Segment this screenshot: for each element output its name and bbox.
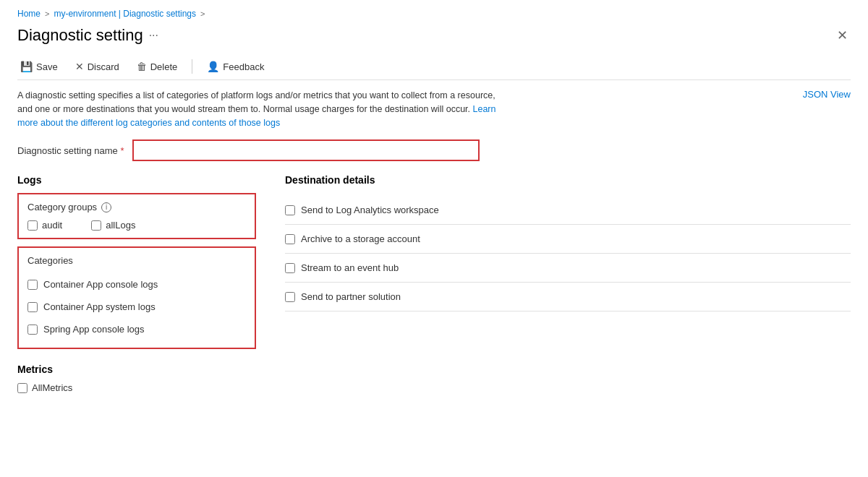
categories-heading: Categories — [27, 255, 246, 266]
storage-checkbox[interactable] — [285, 234, 295, 244]
log-analytics-label: Send to Log Analytics workspace — [301, 205, 439, 215]
delete-button[interactable]: 🗑 Delete — [134, 59, 181, 74]
metrics-section: Metrics AllMetrics — [17, 364, 256, 393]
categories-box: Categories Container App console logs Co… — [17, 246, 256, 349]
json-view-link[interactable]: JSON View — [803, 89, 851, 100]
feedback-label: Feedback — [223, 61, 264, 72]
all-metrics-checkbox[interactable] — [17, 383, 27, 393]
category-spring-logs-checkbox[interactable] — [27, 325, 38, 335]
event-hub-checkbox[interactable] — [285, 263, 295, 273]
close-button[interactable]: ✕ — [834, 25, 851, 46]
info-text-2: and one or more destinations that you wo… — [17, 104, 470, 114]
category-item-spring-logs: Spring App console logs — [27, 318, 246, 340]
category-system-logs-checkbox[interactable] — [27, 302, 38, 312]
setting-name-row: Diagnostic setting name * — [17, 139, 851, 161]
category-item-console-logs: Container App console logs — [27, 273, 246, 296]
discard-icon: ✕ — [75, 61, 84, 72]
category-system-logs-label: Container App system logs — [43, 301, 156, 312]
feedback-button[interactable]: 👤 Feedback — [204, 59, 267, 74]
category-groups-checkboxes: audit allLogs — [27, 220, 246, 231]
category-item-system-logs: Container App system logs — [27, 296, 246, 318]
log-analytics-checkbox[interactable] — [285, 205, 295, 215]
storage-label: Archive to a storage account — [301, 233, 420, 244]
category-console-logs-label: Container App console logs — [43, 279, 158, 290]
breadcrumb-environment[interactable]: my-environment | Diagnostic settings — [54, 9, 196, 19]
toolbar-divider — [192, 59, 192, 74]
category-groups-box: Category groups i audit allLogs — [17, 193, 256, 239]
category-groups-header: Category groups i — [27, 202, 246, 212]
partner-checkbox[interactable] — [285, 292, 295, 302]
log-categories-link[interactable]: more about the different log categories … — [17, 118, 280, 128]
info-text: A diagnostic setting specifies a list of… — [17, 89, 496, 129]
delete-label: Delete — [150, 61, 178, 72]
save-button[interactable]: 💾 Save — [17, 59, 61, 74]
partner-label: Send to partner solution — [301, 291, 401, 302]
title-more-options[interactable]: ··· — [149, 29, 158, 42]
all-metrics-label: AllMetrics — [32, 382, 72, 393]
toolbar: 💾 Save ✕ Discard 🗑 Delete 👤 Feedback — [17, 53, 851, 80]
title-row: Diagnostic setting ··· ✕ — [17, 25, 851, 46]
destination-heading: Destination details — [285, 174, 851, 186]
metrics-heading: Metrics — [17, 364, 256, 375]
category-groups-info-icon[interactable]: i — [101, 202, 111, 212]
all-metrics-checkbox-item: AllMetrics — [17, 382, 256, 393]
setting-name-input[interactable] — [132, 139, 480, 161]
feedback-icon: 👤 — [207, 61, 219, 72]
info-section: A diagnostic setting specifies a list of… — [17, 89, 851, 129]
delete-icon: 🗑 — [137, 61, 147, 72]
required-indicator: * — [120, 145, 124, 156]
breadcrumb-sep1: > — [45, 9, 49, 18]
page-title: Diagnostic setting — [17, 26, 143, 45]
category-spring-logs-label: Spring App console logs — [43, 324, 144, 335]
category-console-logs-checkbox[interactable] — [27, 280, 38, 290]
logs-panel: Logs Category groups i audit allLogs — [17, 174, 256, 393]
destination-item-storage: Archive to a storage account — [285, 225, 851, 254]
destination-item-partner: Send to partner solution — [285, 283, 851, 311]
discard-button[interactable]: ✕ Discard — [72, 59, 122, 74]
all-logs-checkbox-item: allLogs — [91, 220, 135, 231]
breadcrumb: Home > my-environment | Diagnostic setti… — [17, 9, 851, 19]
learn-more-link[interactable]: Learn — [473, 104, 496, 114]
save-icon: 💾 — [20, 61, 33, 72]
info-text-1: A diagnostic setting specifies a list of… — [17, 90, 495, 100]
destination-item-log-analytics: Send to Log Analytics workspace — [285, 196, 851, 225]
destination-item-event-hub: Stream to an event hub — [285, 254, 851, 283]
category-groups-label: Category groups — [27, 202, 97, 212]
main-content: Logs Category groups i audit allLogs — [17, 174, 851, 393]
event-hub-label: Stream to an event hub — [301, 262, 399, 273]
breadcrumb-sep2: > — [200, 9, 205, 18]
save-label: Save — [36, 61, 58, 72]
all-logs-checkbox[interactable] — [91, 220, 101, 231]
destination-panel: Destination details Send to Log Analytic… — [285, 174, 851, 393]
audit-checkbox[interactable] — [27, 220, 38, 231]
breadcrumb-home[interactable]: Home — [17, 9, 41, 19]
audit-checkbox-item: audit — [27, 220, 62, 231]
audit-label: audit — [42, 220, 62, 231]
discard-label: Discard — [88, 61, 119, 72]
all-logs-label: allLogs — [106, 220, 135, 231]
setting-name-label: Diagnostic setting name * — [17, 145, 124, 156]
logs-heading: Logs — [17, 174, 256, 186]
